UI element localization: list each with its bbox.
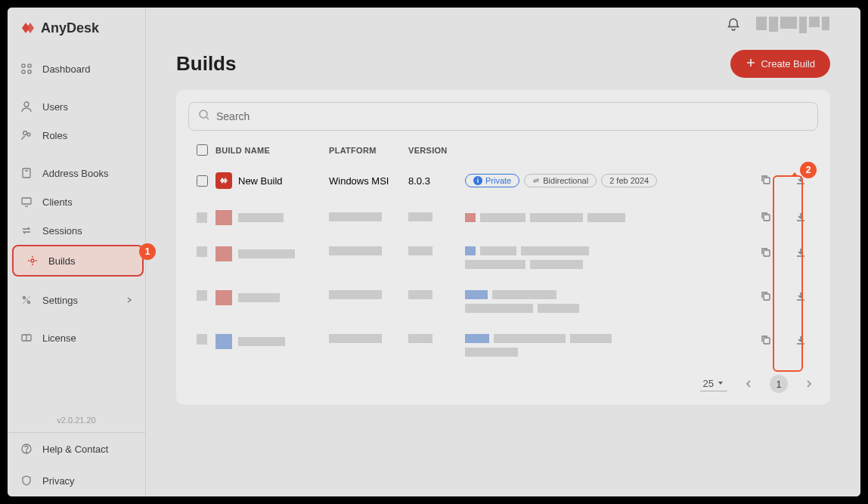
search-input[interactable]: [216, 110, 808, 122]
svg-point-6: [27, 133, 30, 136]
pagination: 25 1: [188, 367, 818, 393]
nav-label: Sessions: [42, 225, 82, 237]
builds-table: BUILD NAME PLATFORM VERSION New Build: [188, 138, 818, 367]
roles-icon: [20, 128, 33, 142]
svg-point-0: [22, 64, 25, 67]
nav-label: Clients: [42, 196, 73, 208]
sidebar-item-sessions[interactable]: Sessions: [8, 216, 145, 245]
user-icon: [20, 100, 33, 113]
monitor-icon: [20, 195, 33, 209]
dashboard-icon: [20, 62, 33, 76]
shield-icon: [20, 474, 33, 487]
license-icon: [20, 331, 33, 345]
sidebar-item-license[interactable]: License: [8, 323, 145, 352]
svg-point-4: [24, 102, 29, 107]
copy-icon[interactable]: [760, 246, 772, 261]
sidebar-item-privacy[interactable]: Privacy: [8, 465, 145, 496]
logo-icon: [20, 20, 36, 36]
nav-label: Settings: [42, 295, 78, 306]
sidebar-item-users[interactable]: Users: [8, 92, 145, 121]
main-nav: Dashboard Users Roles Address Books: [8, 48, 145, 408]
svg-rect-9: [22, 198, 31, 204]
svg-rect-27: [764, 215, 770, 221]
nav-label: Address Books: [42, 168, 108, 179]
bottom-nav: Help & Contact Privacy: [8, 432, 145, 496]
svg-rect-26: [764, 178, 770, 184]
nav-label: Users: [42, 101, 68, 113]
plus-icon: [746, 57, 756, 70]
annotation-callout-2: 2: [800, 162, 817, 178]
chevron-down-icon: [717, 378, 724, 389]
select-all-checkbox[interactable]: [197, 144, 208, 156]
svg-point-5: [23, 131, 27, 135]
table-row[interactable]: [188, 199, 818, 236]
settings-icon: [20, 293, 33, 307]
version-label: v2.0.21.20: [8, 408, 145, 432]
table-row[interactable]: [188, 236, 818, 280]
svg-rect-30: [764, 338, 770, 344]
tag-private: iPrivate: [465, 174, 519, 187]
sidebar: AnyDesk Dashboard Users Roles: [8, 8, 146, 496]
copy-icon[interactable]: [760, 290, 772, 305]
annotation-callout-1: 1: [139, 243, 156, 260]
user-menu[interactable]: [756, 17, 839, 35]
nav-label: Builds: [48, 255, 75, 267]
page-number[interactable]: 1: [770, 375, 788, 393]
create-build-label: Create Build: [761, 58, 815, 70]
header-name: BUILD NAME: [215, 146, 329, 155]
sidebar-item-address-books[interactable]: Address Books: [8, 159, 145, 187]
tag-direction: Bidirectional: [524, 174, 597, 187]
next-page-button[interactable]: [800, 375, 818, 393]
copy-icon[interactable]: [760, 174, 772, 188]
svg-point-3: [28, 70, 31, 73]
page-header: Builds Create Build: [146, 44, 860, 90]
copy-icon[interactable]: [760, 211, 772, 225]
sidebar-item-clients[interactable]: Clients: [8, 187, 145, 216]
svg-point-24: [200, 110, 207, 118]
copy-icon[interactable]: [760, 334, 772, 348]
sidebar-item-roles[interactable]: Roles: [8, 121, 145, 150]
create-build-button[interactable]: Create Build: [730, 50, 830, 78]
header-version: VERSION: [408, 146, 465, 155]
build-app-icon: [215, 172, 232, 189]
help-icon: [20, 442, 33, 456]
svg-point-11: [31, 259, 34, 262]
prev-page-button[interactable]: [739, 375, 758, 393]
chevron-right-icon: [126, 295, 133, 306]
swap-icon: [20, 224, 33, 237]
nav-label: License: [42, 332, 76, 344]
table-row[interactable]: [188, 280, 818, 323]
page-size-select[interactable]: 25: [700, 376, 727, 391]
logo-text: AnyDesk: [41, 20, 99, 36]
row-checkbox[interactable]: [197, 175, 208, 187]
table-header: BUILD NAME PLATFORM VERSION: [188, 138, 818, 162]
svg-point-1: [28, 64, 31, 67]
book-icon: [20, 166, 33, 180]
sidebar-item-builds[interactable]: Builds: [12, 245, 144, 277]
nav-label: Dashboard: [42, 63, 91, 75]
table-row[interactable]: [188, 323, 818, 367]
nav-label: Help & Contact: [42, 444, 108, 455]
build-platform: Windows MSI: [329, 175, 408, 187]
notifications-icon[interactable]: [726, 17, 741, 35]
annotation-highlight-downloads: [773, 175, 803, 372]
table-row[interactable]: New Build Windows MSI 8.0.3 iPrivate Bid…: [188, 162, 818, 199]
builds-card: BUILD NAME PLATFORM VERSION New Build: [176, 90, 830, 405]
app-logo: AnyDesk: [8, 8, 145, 48]
svg-point-21: [26, 452, 27, 453]
tag-date: 2 feb 2024: [601, 174, 657, 187]
header-platform: PLATFORM: [329, 146, 408, 155]
svg-rect-28: [764, 250, 770, 256]
page-size-value: 25: [703, 378, 714, 389]
top-bar: [146, 8, 860, 44]
sidebar-item-dashboard[interactable]: Dashboard: [8, 54, 145, 83]
content-area: Builds Create Build BUILD NAME PLATFORM: [146, 8, 860, 496]
svg-point-2: [22, 70, 25, 73]
sidebar-item-help[interactable]: Help & Contact: [8, 433, 145, 465]
sidebar-item-settings[interactable]: Settings: [8, 286, 145, 314]
search-box[interactable]: [188, 102, 818, 131]
build-version: 8.0.3: [408, 175, 465, 187]
nav-label: Roles: [42, 130, 67, 141]
svg-rect-7: [23, 169, 30, 178]
page-title: Builds: [176, 52, 236, 76]
